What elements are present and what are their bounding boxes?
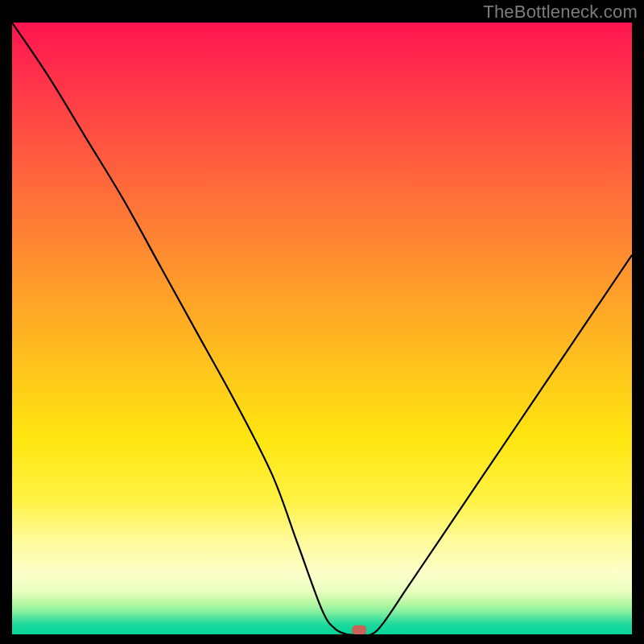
plot-area [12,23,632,634]
chart-frame: TheBottleneck.com [0,0,644,644]
watermark-text: TheBottleneck.com [483,2,638,23]
curve-line [12,23,632,634]
minimum-marker [352,625,366,634]
bottleneck-curve [12,23,632,634]
